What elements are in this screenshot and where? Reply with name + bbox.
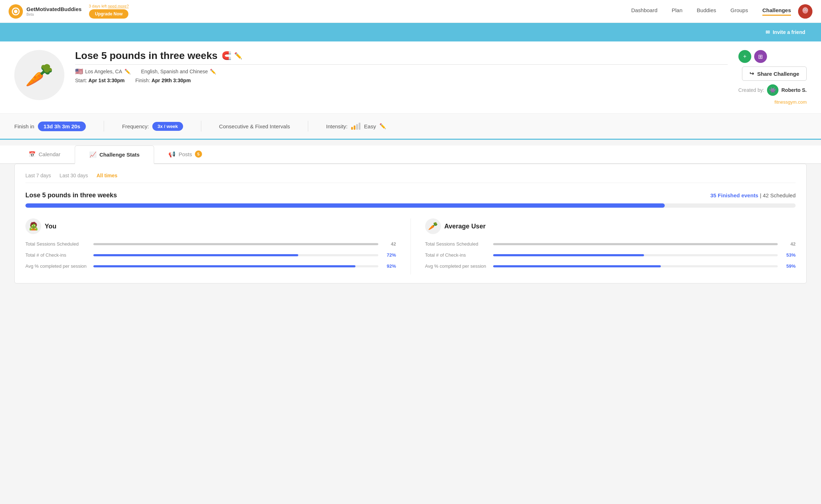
location-text: Los Angeles, CA — [85, 69, 122, 74]
intensity-value: Easy — [364, 123, 376, 129]
nav-groups[interactable]: Groups — [731, 7, 748, 16]
nav-challenges[interactable]: Challenges — [762, 7, 791, 16]
plus-icon: + — [743, 53, 746, 60]
challenge-info: Lose 5 pounds in three weeks 🧲 ✏️ 🇺🇸 Los… — [75, 50, 728, 83]
svg-point-4 — [804, 9, 805, 10]
avg-sessions-bar — [493, 243, 778, 245]
plus-action-button[interactable]: + — [738, 50, 751, 63]
avg-avgpct-value: 59% — [781, 263, 796, 269]
stats-divider-3 — [308, 121, 308, 132]
avg-avgpct-row: Avg % completed per session 59% — [425, 263, 796, 269]
frequency-item: Frequency: 3x / week — [122, 122, 183, 131]
stats-bar: Finish in 13d 3h 3m 20s Frequency: 3x / … — [0, 114, 821, 140]
main-progress-fill — [25, 203, 665, 208]
filter-last-30[interactable]: Last 30 days — [60, 173, 88, 178]
creator-avatar: 👾 — [767, 84, 778, 96]
column-divider — [410, 218, 411, 275]
edit-languages-icon[interactable]: ✏️ — [210, 69, 216, 74]
you-sessions-bar — [93, 243, 378, 245]
intensity-bar-4 — [359, 123, 360, 130]
avg-checkins-row: Total # of Check-ins 53% — [425, 252, 796, 258]
creator-website[interactable]: fitnessgym.com — [775, 99, 807, 105]
share-challenge-button[interactable]: ↪ Share Challenge — [742, 66, 807, 81]
main-progress-bar — [25, 203, 796, 208]
navbar: GetMotivatedBuddies Beta 3 days left nee… — [0, 0, 821, 23]
avg-user-header: 🥕 Average User — [425, 218, 796, 234]
logo-icon — [9, 4, 23, 19]
frequency-badge: 3x / week — [152, 122, 183, 131]
upgrade-section: 3 days left need more? Upgrade Now — [89, 4, 129, 19]
bookmark-action-button[interactable]: ⊞ — [754, 50, 767, 63]
chart-icon: 📈 — [89, 151, 97, 158]
brand-beta: Beta — [26, 13, 82, 16]
avg-checkins-value: 53% — [781, 252, 796, 258]
challenge-actions: + ⊞ ↪ Share Challenge Created by: 👾 Robe… — [738, 50, 807, 105]
stats-section-title: Lose 5 pounds in three weeks — [25, 192, 117, 199]
countdown-badge: 13d 3h 3m 20s — [38, 122, 86, 131]
tabs-row: 📅 Calendar 📈 Challenge Stats 📢 Posts 5 — [0, 145, 821, 164]
envelope-icon: ✉ — [766, 29, 770, 35]
title-row: Lose 5 pounds in three weeks 🧲 ✏️ — [75, 50, 728, 61]
tab-challenge-stats-label: Challenge Stats — [99, 152, 140, 158]
events-summary: 35 Finished events | 42 Scheduled — [711, 192, 796, 199]
avg-avgpct-fill — [493, 265, 661, 267]
you-avgpct-fill — [93, 265, 355, 267]
invite-friend-button[interactable]: ✉ Invite a friend — [758, 26, 812, 38]
you-sessions-fill — [93, 243, 378, 245]
you-sessions-label: Total Sessions Scheduled — [25, 241, 90, 247]
intensity-label: Intensity: — [326, 123, 348, 129]
tab-challenge-stats[interactable]: 📈 Challenge Stats — [75, 145, 154, 164]
start-date: Start: Apr 1st 3:30pm — [75, 78, 125, 83]
you-avgpct-label: Avg % completed per session — [25, 263, 90, 269]
intervals-text: Consecutive & Fixed Intervals — [219, 123, 290, 129]
avg-user-avatar: 🥕 — [425, 218, 441, 234]
filter-last-7[interactable]: Last 7 days — [25, 173, 51, 178]
nav-logo[interactable]: GetMotivatedBuddies Beta — [9, 4, 82, 19]
intervals-item: Consecutive & Fixed Intervals — [219, 123, 290, 129]
intensity-bar — [351, 123, 360, 130]
need-more-link[interactable]: need more? — [108, 4, 129, 8]
megaphone-icon: 📢 — [168, 151, 176, 158]
you-avgpct-row: Avg % completed per session 92% — [25, 263, 396, 269]
upgrade-button[interactable]: Upgrade Now — [89, 9, 128, 19]
you-avgpct-bar — [93, 265, 378, 267]
you-label: You — [45, 223, 56, 230]
finished-events-count: 35 Finished events — [711, 192, 758, 198]
you-sessions-row: Total Sessions Scheduled 42 — [25, 241, 396, 247]
frequency-label: Frequency: — [122, 123, 149, 129]
filter-tabs: Last 7 days Last 30 days All times — [25, 173, 796, 183]
avg-checkins-label: Total # of Check-ins — [425, 252, 490, 258]
intensity-bar-1 — [351, 127, 353, 130]
location-item: 🇺🇸 Los Angeles, CA ✏️ — [75, 68, 131, 75]
avg-user-label: Average User — [444, 223, 486, 230]
posts-badge: 5 — [195, 150, 202, 158]
nav-dashboard[interactable]: Dashboard — [631, 7, 657, 16]
nav-links: Dashboard Plan Buddies Groups Challenges — [631, 7, 791, 16]
flag-icon: 🇺🇸 — [75, 68, 83, 75]
avg-sessions-value: 42 — [781, 241, 796, 247]
you-header: 🧟 You — [25, 218, 396, 234]
tab-calendar[interactable]: 📅 Calendar — [14, 145, 75, 164]
calendar-icon: 📅 — [29, 151, 36, 158]
tab-posts[interactable]: 📢 Posts 5 — [154, 145, 216, 164]
bookmark-icon: ⊞ — [758, 53, 763, 60]
scheduled-count: 42 Scheduled — [763, 192, 796, 198]
intensity-bar-2 — [354, 125, 355, 130]
countdown-item: Finish in 13d 3h 3m 20s — [14, 122, 86, 131]
edit-intensity-icon[interactable]: ✏️ — [379, 123, 386, 129]
you-checkins-fill — [93, 254, 298, 256]
days-left-text: 3 days left need more? — [89, 4, 129, 8]
you-checkins-label: Total # of Check-ins — [25, 252, 90, 258]
edit-location-icon[interactable]: ✏️ — [124, 69, 131, 74]
user-avatar[interactable] — [798, 4, 812, 19]
nav-plan[interactable]: Plan — [672, 7, 683, 16]
tab-posts-label: Posts — [178, 151, 192, 157]
avg-checkins-bar — [493, 254, 778, 256]
you-sessions-value: 42 — [382, 241, 396, 247]
share-icon: ↪ — [749, 70, 754, 77]
svg-point-6 — [804, 11, 807, 13]
logo-text: GetMotivatedBuddies Beta — [26, 6, 82, 16]
edit-title-icon[interactable]: ✏️ — [234, 52, 242, 60]
filter-all-times[interactable]: All times — [97, 173, 117, 178]
nav-buddies[interactable]: Buddies — [697, 7, 716, 16]
